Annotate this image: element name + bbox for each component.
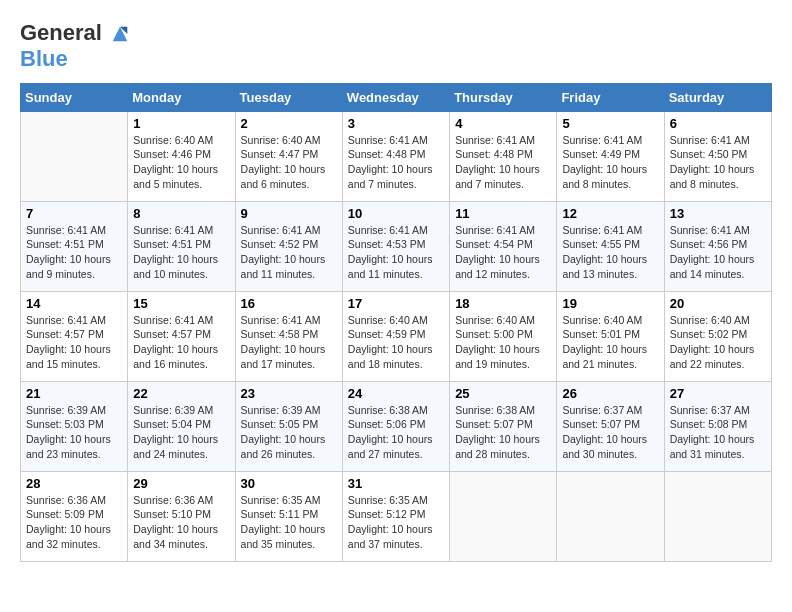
calendar-day-cell: 26 Sunrise: 6:37 AM Sunset: 5:07 PM Dayl… bbox=[557, 381, 664, 471]
sunrise-text: Sunrise: 6:41 AM bbox=[241, 314, 321, 326]
sunrise-text: Sunrise: 6:41 AM bbox=[562, 134, 642, 146]
daylight-text: Daylight: 10 hours and 7 minutes. bbox=[455, 163, 540, 190]
calendar-day-cell: 12 Sunrise: 6:41 AM Sunset: 4:55 PM Dayl… bbox=[557, 201, 664, 291]
calendar-day-cell: 13 Sunrise: 6:41 AM Sunset: 4:56 PM Dayl… bbox=[664, 201, 771, 291]
sunset-text: Sunset: 5:04 PM bbox=[133, 418, 211, 430]
day-number: 1 bbox=[133, 116, 229, 131]
calendar-day-cell: 16 Sunrise: 6:41 AM Sunset: 4:58 PM Dayl… bbox=[235, 291, 342, 381]
day-info: Sunrise: 6:35 AM Sunset: 5:12 PM Dayligh… bbox=[348, 493, 444, 552]
day-number: 19 bbox=[562, 296, 658, 311]
weekday-header: Friday bbox=[557, 83, 664, 111]
sunrise-text: Sunrise: 6:40 AM bbox=[455, 314, 535, 326]
daylight-text: Daylight: 10 hours and 12 minutes. bbox=[455, 253, 540, 280]
daylight-text: Daylight: 10 hours and 28 minutes. bbox=[455, 433, 540, 460]
sunrise-text: Sunrise: 6:39 AM bbox=[26, 404, 106, 416]
day-info: Sunrise: 6:36 AM Sunset: 5:09 PM Dayligh… bbox=[26, 493, 122, 552]
sunrise-text: Sunrise: 6:36 AM bbox=[26, 494, 106, 506]
sunrise-text: Sunrise: 6:41 AM bbox=[670, 224, 750, 236]
daylight-text: Daylight: 10 hours and 30 minutes. bbox=[562, 433, 647, 460]
day-info: Sunrise: 6:41 AM Sunset: 4:56 PM Dayligh… bbox=[670, 223, 766, 282]
day-number: 11 bbox=[455, 206, 551, 221]
sunset-text: Sunset: 4:59 PM bbox=[348, 328, 426, 340]
sunrise-text: Sunrise: 6:40 AM bbox=[562, 314, 642, 326]
sunrise-text: Sunrise: 6:40 AM bbox=[670, 314, 750, 326]
sunrise-text: Sunrise: 6:40 AM bbox=[241, 134, 321, 146]
day-info: Sunrise: 6:37 AM Sunset: 5:07 PM Dayligh… bbox=[562, 403, 658, 462]
day-info: Sunrise: 6:37 AM Sunset: 5:08 PM Dayligh… bbox=[670, 403, 766, 462]
day-info: Sunrise: 6:40 AM Sunset: 5:02 PM Dayligh… bbox=[670, 313, 766, 372]
sunset-text: Sunset: 4:56 PM bbox=[670, 238, 748, 250]
daylight-text: Daylight: 10 hours and 6 minutes. bbox=[241, 163, 326, 190]
sunrise-text: Sunrise: 6:41 AM bbox=[670, 134, 750, 146]
day-number: 16 bbox=[241, 296, 337, 311]
daylight-text: Daylight: 10 hours and 27 minutes. bbox=[348, 433, 433, 460]
calendar-day-cell bbox=[450, 471, 557, 561]
sunset-text: Sunset: 5:12 PM bbox=[348, 508, 426, 520]
day-number: 6 bbox=[670, 116, 766, 131]
day-info: Sunrise: 6:39 AM Sunset: 5:03 PM Dayligh… bbox=[26, 403, 122, 462]
weekday-header: Saturday bbox=[664, 83, 771, 111]
daylight-text: Daylight: 10 hours and 23 minutes. bbox=[26, 433, 111, 460]
day-number: 4 bbox=[455, 116, 551, 131]
daylight-text: Daylight: 10 hours and 10 minutes. bbox=[133, 253, 218, 280]
daylight-text: Daylight: 10 hours and 22 minutes. bbox=[670, 343, 755, 370]
sunset-text: Sunset: 5:10 PM bbox=[133, 508, 211, 520]
sunset-text: Sunset: 4:48 PM bbox=[455, 148, 533, 160]
calendar-week-row: 28 Sunrise: 6:36 AM Sunset: 5:09 PM Dayl… bbox=[21, 471, 772, 561]
day-number: 23 bbox=[241, 386, 337, 401]
day-number: 8 bbox=[133, 206, 229, 221]
calendar-day-cell bbox=[21, 111, 128, 201]
day-number: 2 bbox=[241, 116, 337, 131]
day-info: Sunrise: 6:41 AM Sunset: 4:55 PM Dayligh… bbox=[562, 223, 658, 282]
sunset-text: Sunset: 4:55 PM bbox=[562, 238, 640, 250]
sunset-text: Sunset: 4:57 PM bbox=[26, 328, 104, 340]
calendar-day-cell: 19 Sunrise: 6:40 AM Sunset: 5:01 PM Dayl… bbox=[557, 291, 664, 381]
day-info: Sunrise: 6:41 AM Sunset: 4:50 PM Dayligh… bbox=[670, 133, 766, 192]
sunrise-text: Sunrise: 6:41 AM bbox=[348, 224, 428, 236]
sunset-text: Sunset: 5:07 PM bbox=[562, 418, 640, 430]
day-number: 26 bbox=[562, 386, 658, 401]
sunrise-text: Sunrise: 6:41 AM bbox=[455, 134, 535, 146]
calendar-week-row: 1 Sunrise: 6:40 AM Sunset: 4:46 PM Dayli… bbox=[21, 111, 772, 201]
calendar-day-cell: 5 Sunrise: 6:41 AM Sunset: 4:49 PM Dayli… bbox=[557, 111, 664, 201]
sunrise-text: Sunrise: 6:41 AM bbox=[26, 224, 106, 236]
sunset-text: Sunset: 5:09 PM bbox=[26, 508, 104, 520]
calendar-day-cell: 24 Sunrise: 6:38 AM Sunset: 5:06 PM Dayl… bbox=[342, 381, 449, 471]
day-number: 10 bbox=[348, 206, 444, 221]
daylight-text: Daylight: 10 hours and 8 minutes. bbox=[670, 163, 755, 190]
sunrise-text: Sunrise: 6:40 AM bbox=[133, 134, 213, 146]
calendar-day-cell: 23 Sunrise: 6:39 AM Sunset: 5:05 PM Dayl… bbox=[235, 381, 342, 471]
day-info: Sunrise: 6:41 AM Sunset: 4:53 PM Dayligh… bbox=[348, 223, 444, 282]
day-number: 22 bbox=[133, 386, 229, 401]
day-info: Sunrise: 6:41 AM Sunset: 4:57 PM Dayligh… bbox=[133, 313, 229, 372]
sunset-text: Sunset: 5:00 PM bbox=[455, 328, 533, 340]
calendar-day-cell bbox=[664, 471, 771, 561]
calendar-week-row: 7 Sunrise: 6:41 AM Sunset: 4:51 PM Dayli… bbox=[21, 201, 772, 291]
day-number: 9 bbox=[241, 206, 337, 221]
day-number: 30 bbox=[241, 476, 337, 491]
sunset-text: Sunset: 5:08 PM bbox=[670, 418, 748, 430]
calendar-day-cell: 8 Sunrise: 6:41 AM Sunset: 4:51 PM Dayli… bbox=[128, 201, 235, 291]
day-info: Sunrise: 6:41 AM Sunset: 4:52 PM Dayligh… bbox=[241, 223, 337, 282]
daylight-text: Daylight: 10 hours and 9 minutes. bbox=[26, 253, 111, 280]
calendar-day-cell: 30 Sunrise: 6:35 AM Sunset: 5:11 PM Dayl… bbox=[235, 471, 342, 561]
daylight-text: Daylight: 10 hours and 11 minutes. bbox=[348, 253, 433, 280]
weekday-header: Monday bbox=[128, 83, 235, 111]
weekday-header: Tuesday bbox=[235, 83, 342, 111]
calendar-day-cell: 27 Sunrise: 6:37 AM Sunset: 5:08 PM Dayl… bbox=[664, 381, 771, 471]
day-info: Sunrise: 6:40 AM Sunset: 4:47 PM Dayligh… bbox=[241, 133, 337, 192]
day-info: Sunrise: 6:39 AM Sunset: 5:05 PM Dayligh… bbox=[241, 403, 337, 462]
sunset-text: Sunset: 4:54 PM bbox=[455, 238, 533, 250]
daylight-text: Daylight: 10 hours and 15 minutes. bbox=[26, 343, 111, 370]
calendar-day-cell: 28 Sunrise: 6:36 AM Sunset: 5:09 PM Dayl… bbox=[21, 471, 128, 561]
sunset-text: Sunset: 4:57 PM bbox=[133, 328, 211, 340]
calendar-week-row: 21 Sunrise: 6:39 AM Sunset: 5:03 PM Dayl… bbox=[21, 381, 772, 471]
calendar-table: SundayMondayTuesdayWednesdayThursdayFrid… bbox=[20, 83, 772, 562]
calendar-day-cell: 11 Sunrise: 6:41 AM Sunset: 4:54 PM Dayl… bbox=[450, 201, 557, 291]
weekday-header: Wednesday bbox=[342, 83, 449, 111]
sunset-text: Sunset: 5:06 PM bbox=[348, 418, 426, 430]
sunrise-text: Sunrise: 6:36 AM bbox=[133, 494, 213, 506]
calendar-day-cell: 3 Sunrise: 6:41 AM Sunset: 4:48 PM Dayli… bbox=[342, 111, 449, 201]
daylight-text: Daylight: 10 hours and 18 minutes. bbox=[348, 343, 433, 370]
daylight-text: Daylight: 10 hours and 31 minutes. bbox=[670, 433, 755, 460]
